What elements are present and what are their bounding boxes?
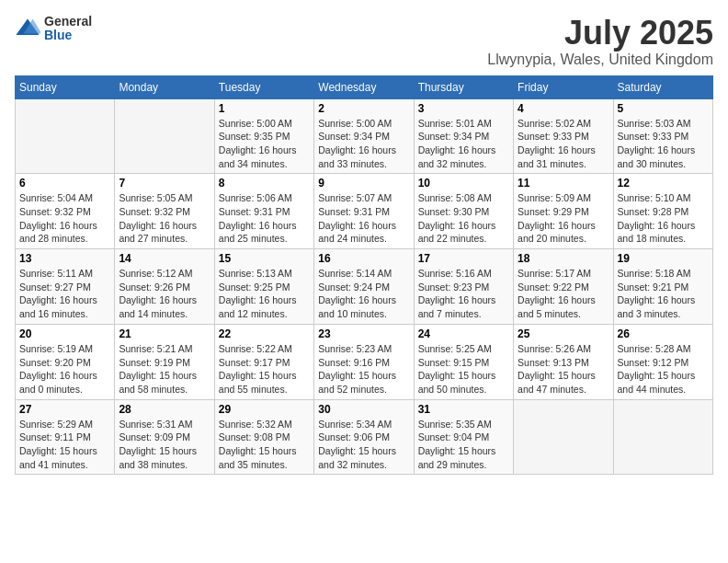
day-info: Sunrise: 5:06 AM Sunset: 9:31 PM Dayligh…	[219, 191, 310, 246]
calendar-cell	[16, 98, 115, 174]
day-number: 8	[219, 177, 310, 190]
day-number: 9	[318, 177, 409, 190]
day-info: Sunrise: 5:22 AM Sunset: 9:17 PM Dayligh…	[219, 342, 310, 396]
day-number: 13	[19, 252, 110, 265]
calendar-cell	[613, 399, 712, 475]
day-info: Sunrise: 5:23 AM Sunset: 9:16 PM Dayligh…	[318, 342, 409, 396]
calendar-cell: 31Sunrise: 5:35 AM Sunset: 9:04 PM Dayli…	[414, 399, 513, 475]
calendar-cell: 12Sunrise: 5:10 AM Sunset: 9:28 PM Dayli…	[613, 174, 712, 249]
day-number: 19	[618, 252, 709, 265]
day-number: 14	[119, 252, 210, 265]
weekday-header: Thursday	[414, 75, 513, 98]
day-info: Sunrise: 5:21 AM Sunset: 9:19 PM Dayligh…	[119, 342, 210, 396]
calendar-cell: 10Sunrise: 5:08 AM Sunset: 9:30 PM Dayli…	[414, 174, 513, 249]
day-number: 10	[418, 177, 509, 190]
calendar-cell: 1Sunrise: 5:00 AM Sunset: 9:35 PM Daylig…	[214, 98, 313, 174]
day-number: 18	[518, 252, 609, 265]
calendar-week-row: 13Sunrise: 5:11 AM Sunset: 9:27 PM Dayli…	[16, 249, 713, 325]
day-info: Sunrise: 5:13 AM Sunset: 9:25 PM Dayligh…	[219, 267, 310, 321]
weekday-header-row: SundayMondayTuesdayWednesdayThursdayFrid…	[16, 75, 713, 98]
calendar-cell: 27Sunrise: 5:29 AM Sunset: 9:11 PM Dayli…	[16, 399, 115, 475]
day-info: Sunrise: 5:19 AM Sunset: 9:20 PM Dayligh…	[19, 342, 110, 396]
day-info: Sunrise: 5:26 AM Sunset: 9:13 PM Dayligh…	[518, 342, 609, 396]
calendar-cell: 2Sunrise: 5:00 AM Sunset: 9:34 PM Daylig…	[314, 98, 414, 174]
day-number: 5	[618, 102, 709, 115]
calendar-cell: 23Sunrise: 5:23 AM Sunset: 9:16 PM Dayli…	[314, 324, 414, 399]
day-info: Sunrise: 5:11 AM Sunset: 9:27 PM Dayligh…	[19, 267, 110, 321]
day-number: 11	[518, 177, 609, 190]
calendar-cell: 19Sunrise: 5:18 AM Sunset: 9:21 PM Dayli…	[613, 249, 712, 325]
calendar-cell: 7Sunrise: 5:05 AM Sunset: 9:32 PM Daylig…	[115, 174, 214, 249]
day-number: 20	[19, 327, 110, 340]
day-number: 27	[19, 403, 110, 416]
calendar-cell: 22Sunrise: 5:22 AM Sunset: 9:17 PM Dayli…	[214, 324, 313, 399]
day-info: Sunrise: 5:01 AM Sunset: 9:34 PM Dayligh…	[418, 117, 509, 171]
calendar-cell: 8Sunrise: 5:06 AM Sunset: 9:31 PM Daylig…	[214, 174, 313, 249]
day-number: 22	[219, 327, 310, 340]
day-number: 6	[19, 177, 110, 190]
day-number: 23	[318, 327, 409, 340]
day-info: Sunrise: 5:31 AM Sunset: 9:09 PM Dayligh…	[119, 418, 210, 472]
logo-icon	[15, 16, 40, 41]
calendar-cell: 11Sunrise: 5:09 AM Sunset: 9:29 PM Dayli…	[514, 174, 613, 249]
day-info: Sunrise: 5:12 AM Sunset: 9:26 PM Dayligh…	[119, 267, 210, 321]
day-info: Sunrise: 5:09 AM Sunset: 9:29 PM Dayligh…	[518, 191, 609, 246]
day-number: 17	[418, 252, 509, 265]
month-year-title: July 2025	[487, 15, 713, 52]
day-info: Sunrise: 5:03 AM Sunset: 9:33 PM Dayligh…	[618, 117, 709, 171]
day-number: 4	[518, 102, 609, 115]
logo-blue-text: Blue	[44, 29, 92, 42]
calendar-table: SundayMondayTuesdayWednesdayThursdayFrid…	[15, 75, 713, 476]
calendar-cell: 25Sunrise: 5:26 AM Sunset: 9:13 PM Dayli…	[514, 324, 613, 399]
day-number: 29	[219, 403, 310, 416]
calendar-cell: 30Sunrise: 5:34 AM Sunset: 9:06 PM Dayli…	[314, 399, 414, 475]
logo-general: General	[44, 15, 92, 29]
day-number: 26	[618, 327, 709, 340]
day-number: 7	[119, 177, 210, 190]
calendar-cell: 20Sunrise: 5:19 AM Sunset: 9:20 PM Dayli…	[16, 324, 115, 399]
day-number: 28	[119, 403, 210, 416]
day-number: 16	[318, 252, 409, 265]
calendar-cell: 3Sunrise: 5:01 AM Sunset: 9:34 PM Daylig…	[414, 98, 513, 174]
day-info: Sunrise: 5:28 AM Sunset: 9:12 PM Dayligh…	[618, 342, 709, 396]
day-info: Sunrise: 5:16 AM Sunset: 9:23 PM Dayligh…	[418, 267, 509, 321]
calendar-cell: 16Sunrise: 5:14 AM Sunset: 9:24 PM Dayli…	[314, 249, 414, 325]
day-number: 31	[418, 403, 509, 416]
day-info: Sunrise: 5:00 AM Sunset: 9:34 PM Dayligh…	[318, 117, 409, 171]
day-info: Sunrise: 5:17 AM Sunset: 9:22 PM Dayligh…	[518, 267, 609, 321]
day-number: 3	[418, 102, 509, 115]
day-info: Sunrise: 5:04 AM Sunset: 9:32 PM Dayligh…	[19, 191, 110, 246]
day-number: 15	[219, 252, 310, 265]
day-number: 2	[318, 102, 409, 115]
day-info: Sunrise: 5:00 AM Sunset: 9:35 PM Dayligh…	[219, 117, 310, 171]
day-info: Sunrise: 5:05 AM Sunset: 9:32 PM Dayligh…	[119, 191, 210, 246]
day-number: 24	[418, 327, 509, 340]
day-info: Sunrise: 5:08 AM Sunset: 9:30 PM Dayligh…	[418, 191, 509, 246]
calendar-cell: 13Sunrise: 5:11 AM Sunset: 9:27 PM Dayli…	[16, 249, 115, 325]
calendar-week-row: 27Sunrise: 5:29 AM Sunset: 9:11 PM Dayli…	[16, 399, 713, 475]
calendar-cell: 17Sunrise: 5:16 AM Sunset: 9:23 PM Dayli…	[414, 249, 513, 325]
calendar-cell: 18Sunrise: 5:17 AM Sunset: 9:22 PM Dayli…	[514, 249, 613, 325]
day-info: Sunrise: 5:07 AM Sunset: 9:31 PM Dayligh…	[318, 191, 409, 246]
day-info: Sunrise: 5:14 AM Sunset: 9:24 PM Dayligh…	[318, 267, 409, 321]
logo-text: General Blue	[44, 15, 92, 43]
title-block: July 2025 Llwynypia, Wales, United Kingd…	[487, 15, 713, 68]
calendar-cell: 28Sunrise: 5:31 AM Sunset: 9:09 PM Dayli…	[115, 399, 214, 475]
page-header: General Blue July 2025 Llwynypia, Wales,…	[15, 15, 713, 68]
day-info: Sunrise: 5:34 AM Sunset: 9:06 PM Dayligh…	[318, 418, 409, 472]
calendar-cell: 14Sunrise: 5:12 AM Sunset: 9:26 PM Dayli…	[115, 249, 214, 325]
day-number: 12	[618, 177, 709, 190]
day-info: Sunrise: 5:29 AM Sunset: 9:11 PM Dayligh…	[19, 418, 110, 472]
calendar-cell: 24Sunrise: 5:25 AM Sunset: 9:15 PM Dayli…	[414, 324, 513, 399]
weekday-header: Wednesday	[314, 75, 414, 98]
calendar-cell: 9Sunrise: 5:07 AM Sunset: 9:31 PM Daylig…	[314, 174, 414, 249]
weekday-header: Saturday	[613, 75, 712, 98]
calendar-cell	[514, 399, 613, 475]
day-info: Sunrise: 5:35 AM Sunset: 9:04 PM Dayligh…	[418, 418, 509, 472]
calendar-cell	[115, 98, 214, 174]
calendar-cell: 5Sunrise: 5:03 AM Sunset: 9:33 PM Daylig…	[613, 98, 712, 174]
calendar-cell: 29Sunrise: 5:32 AM Sunset: 9:08 PM Dayli…	[214, 399, 313, 475]
calendar-cell: 6Sunrise: 5:04 AM Sunset: 9:32 PM Daylig…	[16, 174, 115, 249]
calendar-week-row: 20Sunrise: 5:19 AM Sunset: 9:20 PM Dayli…	[16, 324, 713, 399]
day-number: 1	[219, 102, 310, 115]
